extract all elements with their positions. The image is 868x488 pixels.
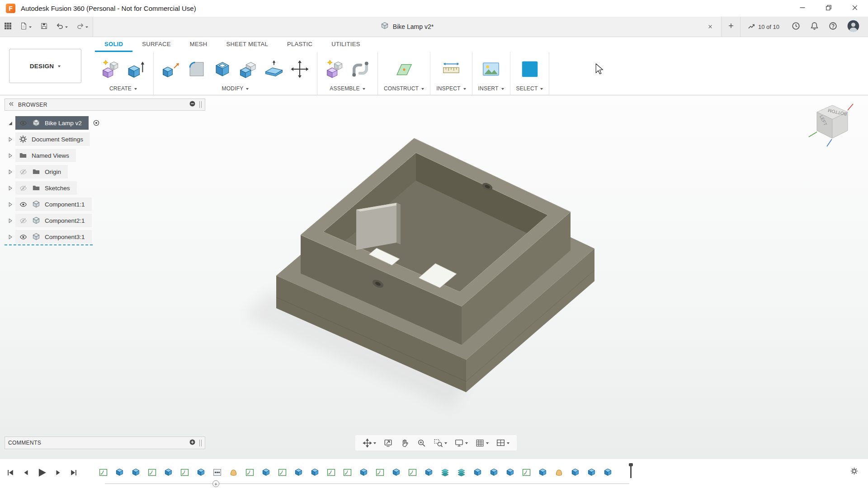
ribbon-tab-utilities[interactable]: UTILITIES bbox=[322, 37, 369, 52]
timeline-zoom-handle[interactable] bbox=[212, 480, 219, 487]
play-button[interactable] bbox=[36, 466, 48, 479]
eye-off-icon[interactable] bbox=[18, 217, 28, 225]
browser-item-component3-1[interactable]: Component3:1 bbox=[5, 229, 205, 245]
tool-shell[interactable] bbox=[211, 58, 234, 80]
panel-resize-grip[interactable] bbox=[199, 440, 202, 446]
file-menu-button[interactable] bbox=[16, 17, 36, 37]
expander-icon[interactable] bbox=[5, 218, 15, 224]
tab-close-button[interactable] bbox=[705, 21, 716, 32]
timeline-feature-sketch-6[interactable] bbox=[180, 468, 190, 478]
timeline-feature-extrude-30[interactable] bbox=[571, 468, 580, 478]
ribbon-tab-surface[interactable]: SURFACE bbox=[132, 37, 180, 52]
skip-start-button[interactable] bbox=[5, 466, 16, 479]
expander-icon[interactable] bbox=[5, 202, 15, 207]
tool-extrude[interactable] bbox=[125, 58, 147, 80]
step-back-button[interactable] bbox=[20, 466, 32, 479]
undo-button[interactable] bbox=[52, 17, 72, 37]
ribbon-tab-sheet-metal[interactable]: SHEET METAL bbox=[217, 37, 278, 52]
timeline-feature-extrude-31[interactable] bbox=[587, 468, 597, 478]
browser-item-named-views[interactable]: Named Views bbox=[5, 147, 205, 164]
tool-insert-image[interactable] bbox=[480, 58, 502, 80]
timeline-position-marker[interactable] bbox=[630, 465, 632, 478]
job-status[interactable]: 10 of 10 bbox=[741, 23, 787, 31]
timeline-settings-button[interactable] bbox=[850, 467, 858, 477]
minimize-button[interactable] bbox=[789, 0, 816, 17]
ribbon-group-label-create[interactable]: CREATE bbox=[99, 85, 147, 95]
help-button[interactable] bbox=[824, 22, 842, 32]
account-avatar[interactable] bbox=[842, 20, 864, 34]
nav-pan-hand-button[interactable] bbox=[396, 435, 413, 450]
tool-measure[interactable] bbox=[440, 58, 462, 80]
tool-move-copy[interactable] bbox=[288, 58, 311, 80]
restore-button[interactable] bbox=[816, 0, 842, 17]
timeline-feature-sketch-12[interactable] bbox=[278, 468, 288, 478]
timeline-feature-holes-8[interactable] bbox=[212, 468, 222, 478]
browser-item-component2-1[interactable]: Component2:1 bbox=[5, 212, 205, 229]
eye-icon[interactable] bbox=[18, 201, 28, 208]
timeline-feature-sketch-18[interactable] bbox=[375, 468, 385, 478]
expander-icon[interactable] bbox=[5, 169, 15, 175]
document-tab[interactable]: Bike Lamp v2* bbox=[93, 17, 722, 37]
notifications-button[interactable] bbox=[805, 22, 824, 32]
browser-header[interactable]: BROWSER bbox=[5, 99, 205, 111]
nav-zoom-window-button[interactable] bbox=[430, 435, 451, 450]
redo-button[interactable] bbox=[72, 17, 93, 37]
nav-viewports-button[interactable] bbox=[492, 435, 513, 450]
tool-press-pull[interactable] bbox=[160, 58, 182, 80]
timeline-feature-extrude-25[interactable] bbox=[489, 468, 499, 478]
save-button[interactable] bbox=[36, 17, 52, 37]
tool-new-component-assemble[interactable] bbox=[323, 58, 346, 80]
timeline-feature-sketch-4[interactable] bbox=[147, 468, 157, 478]
panel-resize-grip[interactable] bbox=[199, 101, 202, 108]
timeline-feature-sketch-15[interactable] bbox=[326, 468, 336, 478]
nav-look-at-button[interactable] bbox=[380, 435, 396, 450]
browser-item-document-settings[interactable]: Document Settings bbox=[5, 131, 205, 147]
tool-construction-plane[interactable] bbox=[393, 58, 415, 80]
timeline-feature-extrude-19[interactable] bbox=[392, 468, 401, 478]
step-forward-button[interactable] bbox=[52, 466, 64, 479]
tool-new-component[interactable] bbox=[99, 58, 122, 80]
timeline-feature-extrude-24[interactable] bbox=[473, 468, 483, 478]
timeline-feature-extrude-5[interactable] bbox=[164, 468, 174, 478]
timeline-feature-form-9[interactable] bbox=[229, 468, 239, 478]
expander-icon[interactable] bbox=[5, 153, 15, 159]
expander-icon[interactable] bbox=[5, 136, 15, 142]
tool-offset-face[interactable] bbox=[263, 58, 285, 80]
timeline-feature-extrude-3[interactable] bbox=[131, 468, 141, 478]
comments-panel[interactable]: COMMENTS bbox=[5, 436, 205, 449]
eye-off-icon[interactable] bbox=[18, 168, 28, 176]
nav-pan-camera-button[interactable] bbox=[359, 435, 380, 450]
timeline-feature-form-29[interactable] bbox=[554, 468, 564, 478]
close-button[interactable] bbox=[842, 0, 868, 17]
timeline-feature-extrude-11[interactable] bbox=[261, 468, 271, 478]
timeline-feature-extrude-26[interactable] bbox=[505, 468, 515, 478]
nav-display-settings-button[interactable] bbox=[451, 435, 472, 450]
ribbon-tab-plastic[interactable]: PLASTIC bbox=[278, 37, 322, 52]
new-tab-button[interactable] bbox=[722, 17, 741, 37]
timeline-feature-sketch-27[interactable] bbox=[522, 468, 532, 478]
timeline-scrollbar[interactable] bbox=[105, 483, 629, 484]
timeline-feature-extrude-17[interactable] bbox=[359, 468, 369, 478]
browser-item-sketches[interactable]: Sketches bbox=[5, 180, 205, 196]
collapse-panel-icon[interactable] bbox=[8, 101, 14, 109]
browser-item-component1-1[interactable]: Component1:1 bbox=[5, 196, 205, 212]
ribbon-group-label-inspect[interactable]: INSPECT bbox=[436, 85, 466, 95]
recent-clock-button[interactable] bbox=[787, 22, 805, 32]
activate-component-radio[interactable] bbox=[93, 119, 100, 127]
tool-joint[interactable] bbox=[349, 58, 372, 80]
timeline-feature-extrude-28[interactable] bbox=[538, 468, 548, 478]
app-launcher-button[interactable] bbox=[0, 17, 16, 37]
nav-zoom-button[interactable] bbox=[413, 435, 430, 450]
view-cube[interactable]: BOTTOM LEFT bbox=[797, 99, 865, 159]
collapse-all-icon[interactable] bbox=[189, 100, 196, 109]
expander-open-icon[interactable] bbox=[5, 120, 15, 126]
timeline-feature-sketch-20[interactable] bbox=[408, 468, 418, 478]
timeline-feature-extrude-13[interactable] bbox=[294, 468, 304, 478]
nav-grid-display-button[interactable] bbox=[472, 435, 492, 450]
eye-icon[interactable] bbox=[18, 233, 28, 241]
timeline-feature-extrude-2[interactable] bbox=[115, 468, 125, 478]
timeline-feature-extrude-7[interactable] bbox=[196, 468, 206, 478]
timeline-feature-sketch-1[interactable] bbox=[99, 468, 108, 478]
timeline-feature-sketch-16[interactable] bbox=[343, 468, 353, 478]
eye-off-icon[interactable] bbox=[18, 184, 28, 192]
